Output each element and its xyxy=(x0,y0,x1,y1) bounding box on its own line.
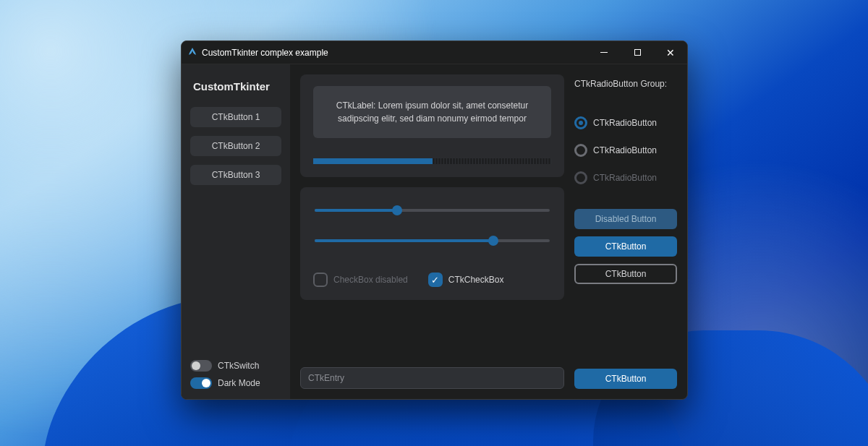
radio-3-label: CTkRadioButton xyxy=(593,173,657,183)
window-title: CustomTkinter complex example xyxy=(202,48,328,58)
maximize-button[interactable] xyxy=(621,41,654,64)
darkmode-toggle[interactable] xyxy=(190,377,212,389)
minimize-icon xyxy=(600,52,608,53)
ctkentry-placeholder: CTkEntry xyxy=(308,373,344,383)
checkbox-enabled-label: CTkCheckBox xyxy=(448,275,504,285)
slider-1[interactable] xyxy=(315,203,550,218)
progressbar xyxy=(313,158,551,164)
sidebar-button-3[interactable]: CTkButton 3 xyxy=(190,165,281,185)
radiogroup-label: CTkRadioButton Group: xyxy=(574,79,677,89)
ctkswitch-label: CTkSwitch xyxy=(218,361,259,371)
slider-2-thumb[interactable] xyxy=(488,236,498,246)
middle-card: CheckBox disabled ✓ CTkCheckBox xyxy=(300,187,564,300)
switch-row-1: CTkSwitch xyxy=(190,360,281,372)
checkbox-enabled[interactable]: ✓ CTkCheckBox xyxy=(428,273,504,287)
ctkbutton-outline[interactable]: CTkButton xyxy=(574,264,677,284)
slider-2[interactable] xyxy=(315,233,550,248)
radio-2-label: CTkRadioButton xyxy=(593,145,657,155)
center-column: CTkLabel: Lorem ipsum dolor sit, amet co… xyxy=(300,74,564,389)
maximize-icon xyxy=(634,49,641,56)
close-icon: ✕ xyxy=(666,47,675,59)
app-icon xyxy=(187,48,197,58)
ctkswitch-toggle[interactable] xyxy=(190,360,212,372)
close-button[interactable]: ✕ xyxy=(654,41,687,64)
checkbox-disabled-box xyxy=(313,273,328,287)
checkbox-disabled: CheckBox disabled xyxy=(313,273,408,287)
radio-1[interactable]: CTkRadioButton xyxy=(574,116,677,129)
checkbox-enabled-box: ✓ xyxy=(428,273,443,287)
bottom-row: CTkEntry xyxy=(300,367,564,389)
ctkbutton-normal[interactable]: CTkButton xyxy=(574,236,677,257)
radio-1-icon xyxy=(574,116,587,129)
window-controls: ✕ xyxy=(587,41,687,64)
titlebar: CustomTkinter complex example ✕ xyxy=(182,41,687,64)
radio-1-label: CTkRadioButton xyxy=(593,118,657,128)
checkbox-row: CheckBox disabled ✓ CTkCheckBox xyxy=(313,273,551,287)
progressbar-fill xyxy=(313,158,433,164)
darkmode-label: Dark Mode xyxy=(218,378,260,388)
minimize-button[interactable] xyxy=(587,41,621,64)
switch-row-2: Dark Mode xyxy=(190,377,281,389)
radio-2-icon xyxy=(574,144,587,157)
ctkbutton-bottom[interactable]: CTkButton xyxy=(574,369,677,389)
radio-2[interactable]: CTkRadioButton xyxy=(574,144,677,157)
sidebar-button-2[interactable]: CTkButton 2 xyxy=(190,136,281,156)
radio-3-icon xyxy=(574,171,587,184)
radio-3: CTkRadioButton xyxy=(574,171,677,184)
sidebar-button-1[interactable]: CTkButton 1 xyxy=(190,107,281,127)
sidebar: CustomTkinter CTkButton 1 CTkButton 2 CT… xyxy=(182,64,290,399)
check-icon: ✓ xyxy=(431,275,439,286)
top-card: CTkLabel: Lorem ipsum dolor sit, amet co… xyxy=(300,74,564,177)
ctkentry[interactable]: CTkEntry xyxy=(300,367,564,389)
window-body: CustomTkinter CTkButton 1 CTkButton 2 CT… xyxy=(182,64,687,399)
app-window: CustomTkinter complex example ✕ CustomTk… xyxy=(181,40,688,400)
main-area: CTkLabel: Lorem ipsum dolor sit, amet co… xyxy=(290,64,687,399)
disabled-button: Disabled Button xyxy=(574,209,677,229)
checkbox-disabled-label: CheckBox disabled xyxy=(333,275,408,285)
sidebar-logo: CustomTkinter xyxy=(193,80,278,93)
ctklabel: CTkLabel: Lorem ipsum dolor sit, amet co… xyxy=(313,86,551,138)
right-column: CTkRadioButton Group: CTkRadioButton CTk… xyxy=(574,74,677,389)
slider-1-thumb[interactable] xyxy=(392,205,402,215)
